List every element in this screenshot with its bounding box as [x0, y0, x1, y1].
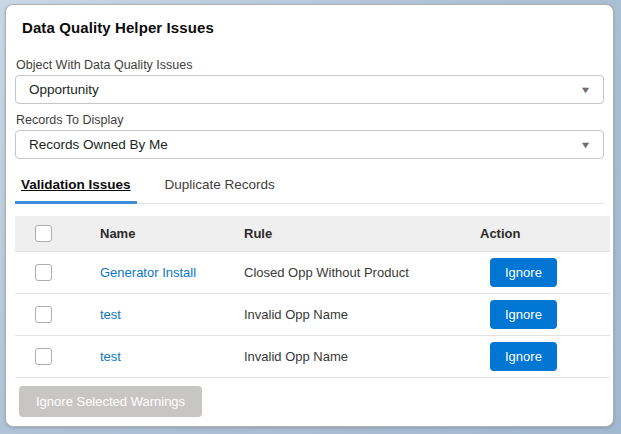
table-row: test Invalid Opp Name Ignore	[15, 293, 610, 335]
tab-duplicate-records[interactable]: Duplicate Records	[159, 172, 281, 204]
column-header-action: Action	[467, 216, 610, 251]
chevron-down-icon: ▼	[580, 85, 592, 95]
select-all-checkbox[interactable]	[35, 225, 52, 242]
object-select-label: Object With Data Quality Issues	[16, 58, 608, 72]
column-header-rule: Rule	[231, 216, 467, 251]
column-header-name: Name	[87, 216, 231, 251]
rule-text: Invalid Opp Name	[231, 335, 467, 377]
table-row: test Invalid Opp Name Ignore	[15, 335, 610, 377]
ignore-selected-warnings-button[interactable]: Ignore Selected Warnings	[19, 386, 202, 417]
tab-bar: Validation Issues Duplicate Records	[15, 172, 604, 204]
row-checkbox[interactable]	[35, 264, 52, 281]
chevron-down-icon: ▼	[580, 140, 592, 150]
tab-validation-issues[interactable]: Validation Issues	[15, 172, 137, 204]
records-select[interactable]: Records Owned By Me ▼	[15, 130, 604, 159]
records-select-value: Records Owned By Me	[29, 137, 168, 152]
issues-table: Name Rule Action Generator Install Close…	[15, 216, 610, 378]
rule-text: Closed Opp Without Product	[231, 251, 467, 293]
table-row: Generator Install Closed Opp Without Pro…	[15, 251, 610, 293]
table-header-row: Name Rule Action	[15, 216, 610, 251]
object-select[interactable]: Opportunity ▼	[15, 75, 604, 104]
row-checkbox[interactable]	[35, 348, 52, 365]
record-link[interactable]: test	[100, 307, 121, 322]
records-select-label: Records To Display	[16, 113, 608, 127]
row-checkbox[interactable]	[35, 306, 52, 323]
object-select-value: Opportunity	[29, 82, 99, 97]
ignore-button[interactable]: Ignore	[490, 300, 557, 329]
page-title: Data Quality Helper Issues	[22, 19, 608, 36]
ignore-button[interactable]: Ignore	[490, 342, 557, 371]
record-link[interactable]: Generator Install	[100, 265, 196, 280]
ignore-button[interactable]: Ignore	[490, 258, 557, 287]
rule-text: Invalid Opp Name	[231, 293, 467, 335]
record-link[interactable]: test	[100, 349, 121, 364]
data-quality-helper-panel: Data Quality Helper Issues Object With D…	[5, 4, 614, 427]
